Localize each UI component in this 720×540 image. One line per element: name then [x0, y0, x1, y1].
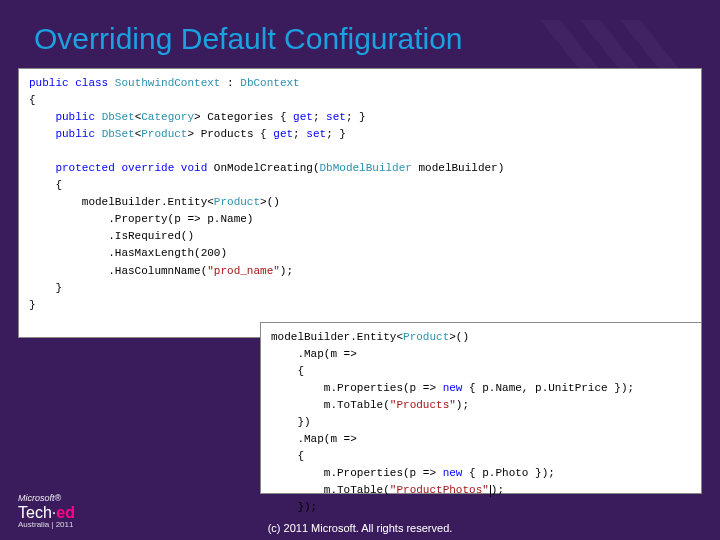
copyright-footer: (c) 2011 Microsoft. All rights reserved. [0, 522, 720, 534]
code-block-lower: modelBuilder.Entity<Product>() .Map(m =>… [260, 322, 702, 494]
code-block-upper: public class SouthwindContext : DbContex… [18, 68, 702, 338]
